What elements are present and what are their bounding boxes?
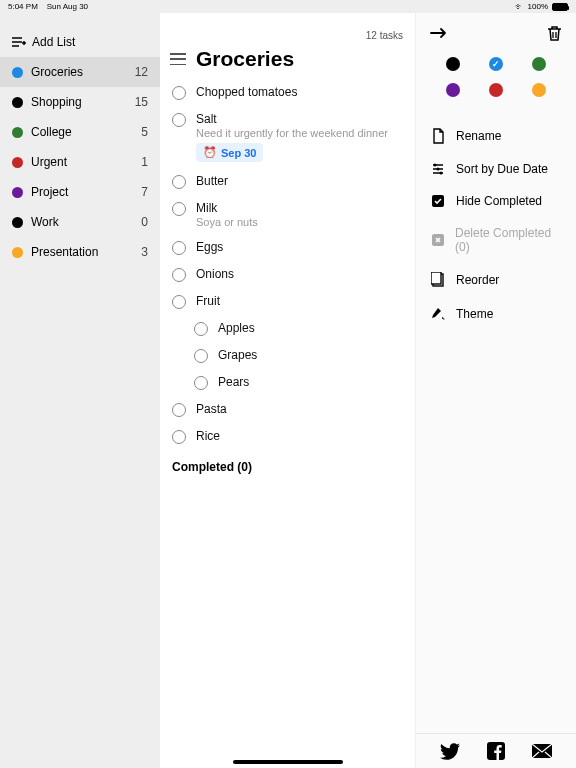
task-row[interactable]: Rice bbox=[172, 423, 403, 450]
task-title: Grapes bbox=[218, 348, 403, 362]
sidebar-item-urgent[interactable]: Urgent 1 bbox=[0, 147, 160, 177]
battery-pct: 100% bbox=[528, 2, 548, 11]
list-name: Groceries bbox=[31, 65, 127, 79]
task-row[interactable]: Pasta bbox=[172, 396, 403, 423]
sidebar-item-shopping[interactable]: Shopping 15 bbox=[0, 87, 160, 117]
list-count: 5 bbox=[141, 125, 148, 139]
menu-sort-label: Sort by Due Date bbox=[456, 162, 548, 176]
sidebar-item-college[interactable]: College 5 bbox=[0, 117, 160, 147]
task-title: Pasta bbox=[196, 402, 403, 416]
list-count: 0 bbox=[141, 215, 148, 229]
list-name: Presentation bbox=[31, 245, 133, 259]
checkbox-circle[interactable] bbox=[172, 202, 186, 216]
menu-delete: Delete Completed (0) bbox=[430, 217, 562, 263]
page-title: Groceries bbox=[196, 47, 294, 71]
color-swatch[interactable] bbox=[489, 57, 503, 71]
svg-point-0 bbox=[434, 164, 437, 167]
task-title: Salt bbox=[196, 112, 403, 126]
sidebar-item-project[interactable]: Project 7 bbox=[0, 177, 160, 207]
checkbox-circle[interactable] bbox=[172, 403, 186, 417]
menu-theme-label: Theme bbox=[456, 307, 493, 321]
task-row[interactable]: Eggs bbox=[172, 234, 403, 261]
checkbox-circle[interactable] bbox=[172, 86, 186, 100]
theme-icon bbox=[430, 306, 446, 321]
color-swatch[interactable] bbox=[489, 83, 503, 97]
task-note: Need it urgently for the weekend dinner bbox=[196, 127, 403, 139]
list-color-dot bbox=[12, 127, 23, 138]
task-title: Eggs bbox=[196, 240, 403, 254]
list-name: Shopping bbox=[31, 95, 127, 109]
color-swatch[interactable] bbox=[446, 57, 460, 71]
due-chip[interactable]: ⏰Sep 30 bbox=[196, 143, 263, 162]
checkbox-circle[interactable] bbox=[194, 376, 208, 390]
list-color-dot bbox=[12, 97, 23, 108]
status-date: Sun Aug 30 bbox=[47, 2, 88, 11]
task-row[interactable]: MilkSoya or nuts bbox=[172, 195, 403, 234]
checkbox-circle[interactable] bbox=[172, 268, 186, 282]
wifi-icon: ᯤ bbox=[515, 2, 524, 12]
color-picker bbox=[416, 53, 576, 117]
list-color-dot bbox=[12, 247, 23, 258]
checkbox-circle[interactable] bbox=[172, 241, 186, 255]
checkbox-circle[interactable] bbox=[172, 175, 186, 189]
task-row[interactable]: Chopped tomatoes bbox=[172, 79, 403, 106]
sidebar-item-groceries[interactable]: Groceries 12 bbox=[0, 57, 160, 87]
task-row[interactable]: Grapes bbox=[172, 342, 403, 369]
completed-header[interactable]: Completed (0) bbox=[172, 450, 403, 484]
task-row[interactable]: Onions bbox=[172, 261, 403, 288]
svg-point-2 bbox=[440, 172, 443, 175]
list-color-dot bbox=[12, 187, 23, 198]
battery-icon bbox=[552, 3, 568, 11]
sidebar: Add List Groceries 12 Shopping 15 Colleg… bbox=[0, 13, 160, 768]
list-color-dot bbox=[12, 67, 23, 78]
menu-hide[interactable]: Hide Completed bbox=[430, 185, 562, 217]
task-title: Butter bbox=[196, 174, 403, 188]
collapse-icon[interactable] bbox=[430, 26, 448, 40]
task-note: Soya or nuts bbox=[196, 216, 403, 228]
task-row[interactable]: Apples bbox=[172, 315, 403, 342]
hide-icon bbox=[430, 194, 446, 208]
menu-reorder-label: Reorder bbox=[456, 273, 499, 287]
task-row[interactable]: Pears bbox=[172, 369, 403, 396]
task-row[interactable]: Fruit bbox=[172, 288, 403, 315]
sidebar-item-presentation[interactable]: Presentation 3 bbox=[0, 237, 160, 267]
sort-icon bbox=[430, 162, 446, 176]
task-title: Onions bbox=[196, 267, 403, 281]
menu-rename-label: Rename bbox=[456, 129, 501, 143]
list-color-dot bbox=[12, 217, 23, 228]
task-row[interactable]: Butter bbox=[172, 168, 403, 195]
task-title: Pears bbox=[218, 375, 403, 389]
menu-sort[interactable]: Sort by Due Date bbox=[430, 153, 562, 185]
list-name: Urgent bbox=[31, 155, 133, 169]
menu-theme[interactable]: Theme bbox=[430, 297, 562, 330]
list-color-dot bbox=[12, 157, 23, 168]
center-panel: 12 tasks Groceries Chopped tomatoesSaltN… bbox=[160, 13, 416, 768]
menu-hide-label: Hide Completed bbox=[456, 194, 542, 208]
list-name: Project bbox=[31, 185, 133, 199]
trash-icon[interactable] bbox=[547, 25, 562, 42]
status-bar: 5:04 PM Sun Aug 30 ᯤ 100% bbox=[0, 0, 576, 13]
mail-icon[interactable] bbox=[532, 744, 552, 758]
facebook-icon[interactable] bbox=[487, 742, 505, 760]
svg-point-1 bbox=[437, 168, 440, 171]
checkbox-circle[interactable] bbox=[172, 113, 186, 127]
add-list-button[interactable]: Add List bbox=[0, 27, 160, 57]
menu-rename[interactable]: Rename bbox=[430, 119, 562, 153]
status-time: 5:04 PM bbox=[8, 2, 38, 11]
checkbox-circle[interactable] bbox=[194, 322, 208, 336]
twitter-icon[interactable] bbox=[440, 743, 460, 760]
checkbox-circle[interactable] bbox=[172, 295, 186, 309]
list-count: 7 bbox=[141, 185, 148, 199]
checkbox-circle[interactable] bbox=[194, 349, 208, 363]
color-swatch[interactable] bbox=[446, 83, 460, 97]
task-row[interactable]: SaltNeed it urgently for the weekend din… bbox=[172, 106, 403, 168]
menu-reorder[interactable]: Reorder bbox=[430, 263, 562, 297]
due-label: Sep 30 bbox=[221, 147, 256, 159]
color-swatch[interactable] bbox=[532, 57, 546, 71]
checkbox-circle[interactable] bbox=[172, 430, 186, 444]
color-swatch[interactable] bbox=[532, 83, 546, 97]
sidebar-item-work[interactable]: Work 0 bbox=[0, 207, 160, 237]
add-list-icon bbox=[12, 36, 26, 48]
menu-icon[interactable] bbox=[170, 53, 186, 65]
delete-icon bbox=[430, 233, 445, 247]
